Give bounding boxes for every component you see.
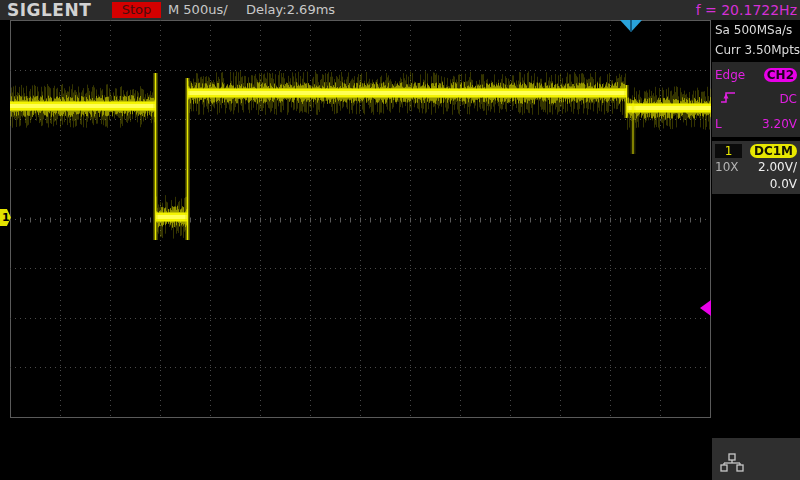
- channel1-scale-readout: 2.00V/: [758, 160, 797, 174]
- delay-readout: Delay:2.69ms: [246, 0, 335, 20]
- run-state-badge: Stop: [112, 2, 161, 18]
- rising-edge-icon: [715, 90, 736, 108]
- frequency-counter: f = 20.1722Hz: [696, 0, 797, 20]
- sidebar: Sa 500MSa/s Curr 3.50Mpts Edge CH2 DC L …: [712, 20, 800, 438]
- timebase-readout: M 500us/: [168, 0, 228, 20]
- memory-depth-readout: Curr 3.50Mpts: [712, 40, 800, 60]
- trigger-panel[interactable]: Edge CH2 DC L 3.20V: [712, 62, 800, 137]
- trigger-coupling-readout: DC: [779, 92, 797, 106]
- sample-rate-readout: Sa 500MSa/s: [712, 20, 800, 40]
- channel1-offset-readout: 0.0V: [715, 177, 797, 191]
- channel1-probe-readout: 10X: [715, 160, 739, 174]
- lan-status-box[interactable]: [712, 438, 800, 480]
- channel1-number-chip: 1: [715, 144, 742, 158]
- trigger-mode-label: Edge: [715, 68, 745, 82]
- oscilloscope-screen: SIGLENT Stop M 500us/ Delay:2.69ms f = 2…: [0, 0, 800, 480]
- trigger-level-label: L: [715, 117, 722, 131]
- channel1-panel[interactable]: 1 DC1M 10X 2.00V/ 0.0V: [712, 141, 800, 194]
- lan-network-icon: [720, 453, 744, 473]
- trigger-level-readout: 3.20V: [762, 117, 797, 131]
- waveform-display: [0, 0, 800, 480]
- trigger-source-badge: CH2: [764, 68, 797, 82]
- channel1-coupling-badge: DC1M: [750, 144, 797, 158]
- top-status-bar: SIGLENT Stop M 500us/ Delay:2.69ms f = 2…: [0, 0, 800, 20]
- trigger-position-marker-line: [630, 20, 632, 32]
- acquisition-info: Sa 500MSa/s Curr 3.50Mpts: [712, 20, 800, 60]
- siglent-logo: SIGLENT: [7, 0, 91, 20]
